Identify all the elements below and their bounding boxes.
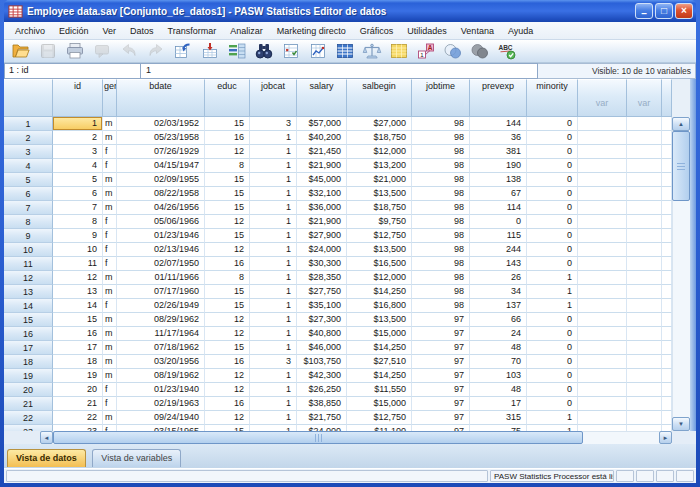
- cell-var-3-row22[interactable]: [662, 411, 672, 425]
- cell-var-1-row7[interactable]: [578, 201, 627, 215]
- menu-ventana[interactable]: Ventana: [454, 24, 501, 38]
- column-header-salbegin[interactable]: salbegin: [347, 79, 412, 117]
- cell-bdate-row11[interactable]: 02/07/1950: [117, 257, 205, 271]
- cell-gender-row12[interactable]: m: [103, 271, 117, 285]
- cell-jobtime-row17[interactable]: 97: [412, 341, 470, 355]
- column-header-var-3[interactable]: [662, 79, 672, 117]
- menu-transformar[interactable]: Transformar: [161, 24, 224, 38]
- row-number-1[interactable]: 1: [4, 117, 53, 131]
- cell-gender-row4[interactable]: f: [103, 159, 117, 173]
- cell-minority-row18[interactable]: 0: [527, 355, 578, 369]
- cell-salbegin-row2[interactable]: $18,750: [347, 131, 412, 145]
- cell-minority-row5[interactable]: 0: [527, 173, 578, 187]
- cell-jobcat-row8[interactable]: 1: [250, 215, 297, 229]
- cell-salbegin-row12[interactable]: $12,000: [347, 271, 412, 285]
- cell-salbegin-row8[interactable]: $9,750: [347, 215, 412, 229]
- cell-bdate-row19[interactable]: 08/19/1962: [117, 369, 205, 383]
- cell-prevexp-row3[interactable]: 381: [470, 145, 527, 159]
- cell-var-3-row11[interactable]: [662, 257, 672, 271]
- cell-gender-row11[interactable]: f: [103, 257, 117, 271]
- cell-prevexp-row12[interactable]: 26: [470, 271, 527, 285]
- cell-salbegin-row11[interactable]: $16,500: [347, 257, 412, 271]
- menu-ver[interactable]: Ver: [96, 24, 124, 38]
- cell-salary-row10[interactable]: $24,000: [297, 243, 347, 257]
- cell-salary-row3[interactable]: $21,450: [297, 145, 347, 159]
- menu-gr-ficos[interactable]: Gráficos: [353, 24, 401, 38]
- cell-var-1-row22[interactable]: [578, 411, 627, 425]
- cell-educ-row1[interactable]: 15: [205, 117, 250, 131]
- cell-prevexp-row2[interactable]: 36: [470, 131, 527, 145]
- cell-minority-row9[interactable]: 0: [527, 229, 578, 243]
- cell-var-1-row8[interactable]: [578, 215, 627, 229]
- cell-bdate-row20[interactable]: 01/23/1940: [117, 383, 205, 397]
- cell-prevexp-row17[interactable]: 48: [470, 341, 527, 355]
- cell-jobtime-row1[interactable]: 98: [412, 117, 470, 131]
- cell-salbegin-row10[interactable]: $13,500: [347, 243, 412, 257]
- cell-id-row6[interactable]: 6: [53, 187, 103, 201]
- row-number-17[interactable]: 17: [4, 341, 53, 355]
- cell-salary-row16[interactable]: $40,800: [297, 327, 347, 341]
- cell-id-row8[interactable]: 8: [53, 215, 103, 229]
- menu-utilidades[interactable]: Utilidades: [400, 24, 454, 38]
- cell-var-1-row19[interactable]: [578, 369, 627, 383]
- cell-id-row10[interactable]: 10: [53, 243, 103, 257]
- cell-jobcat-row3[interactable]: 1: [250, 145, 297, 159]
- cell-var-2-row15[interactable]: [627, 313, 662, 327]
- cell-id-row21[interactable]: 21: [53, 397, 103, 411]
- cell-gender-row16[interactable]: m: [103, 327, 117, 341]
- row-number-10[interactable]: 10: [4, 243, 53, 257]
- cell-editor-input[interactable]: 1: [141, 63, 538, 79]
- cell-var-1-row21[interactable]: [578, 397, 627, 411]
- column-header-educ[interactable]: educ: [205, 79, 250, 117]
- cell-educ-row15[interactable]: 12: [205, 313, 250, 327]
- cell-jobcat-row18[interactable]: 3: [250, 355, 297, 369]
- cell-educ-row22[interactable]: 12: [205, 411, 250, 425]
- cell-gender-row5[interactable]: m: [103, 173, 117, 187]
- row-number-9[interactable]: 9: [4, 229, 53, 243]
- cell-jobcat-row11[interactable]: 1: [250, 257, 297, 271]
- column-header-id[interactable]: id: [53, 79, 103, 117]
- cell-salary-row17[interactable]: $46,000: [297, 341, 347, 355]
- cell-minority-row2[interactable]: 0: [527, 131, 578, 145]
- tab-variable-view[interactable]: Vista de variables: [92, 449, 181, 467]
- cell-salary-row21[interactable]: $38,850: [297, 397, 347, 411]
- cell-educ-row10[interactable]: 12: [205, 243, 250, 257]
- cell-bdate-row12[interactable]: 01/11/1966: [117, 271, 205, 285]
- cell-jobcat-row17[interactable]: 1: [250, 341, 297, 355]
- cell-bdate-row8[interactable]: 05/06/1966: [117, 215, 205, 229]
- tab-data-view[interactable]: Vista de datos: [7, 449, 86, 467]
- cell-bdate-row17[interactable]: 07/18/1962: [117, 341, 205, 355]
- cell-var-2-row21[interactable]: [627, 397, 662, 411]
- cell-var-3-row21[interactable]: [662, 397, 672, 411]
- row-number-8[interactable]: 8: [4, 215, 53, 229]
- cell-id-row9[interactable]: 9: [53, 229, 103, 243]
- cell-educ-row5[interactable]: 15: [205, 173, 250, 187]
- cell-bdate-row5[interactable]: 02/09/1955: [117, 173, 205, 187]
- cell-jobtime-row18[interactable]: 97: [412, 355, 470, 369]
- cell-jobcat-row1[interactable]: 3: [250, 117, 297, 131]
- cell-var-1-row9[interactable]: [578, 229, 627, 243]
- cell-prevexp-row13[interactable]: 34: [470, 285, 527, 299]
- cell-educ-row6[interactable]: 15: [205, 187, 250, 201]
- cell-jobcat-row15[interactable]: 1: [250, 313, 297, 327]
- cell-var-1-row17[interactable]: [578, 341, 627, 355]
- maximize-button[interactable]: □: [655, 3, 673, 19]
- cell-salbegin-row17[interactable]: $14,250: [347, 341, 412, 355]
- cell-minority-row3[interactable]: 0: [527, 145, 578, 159]
- cell-prevexp-row9[interactable]: 115: [470, 229, 527, 243]
- cell-var-1-row13[interactable]: [578, 285, 627, 299]
- menu-analizar[interactable]: Analizar: [223, 24, 270, 38]
- cell-salary-row1[interactable]: $57,000: [297, 117, 347, 131]
- cell-id-row16[interactable]: 16: [53, 327, 103, 341]
- cell-jobcat-row21[interactable]: 1: [250, 397, 297, 411]
- vertical-scroll-track[interactable]: [672, 201, 690, 417]
- scroll-right-button[interactable]: ►: [659, 431, 672, 444]
- cell-prevexp-row18[interactable]: 70: [470, 355, 527, 369]
- go-to-variable-icon[interactable]: [196, 41, 223, 62]
- cell-salbegin-row13[interactable]: $14,250: [347, 285, 412, 299]
- cell-jobtime-row13[interactable]: 98: [412, 285, 470, 299]
- cell-educ-row2[interactable]: 16: [205, 131, 250, 145]
- cell-var-1-row15[interactable]: [578, 313, 627, 327]
- row-number-14[interactable]: 14: [4, 299, 53, 313]
- cell-var-3-row15[interactable]: [662, 313, 672, 327]
